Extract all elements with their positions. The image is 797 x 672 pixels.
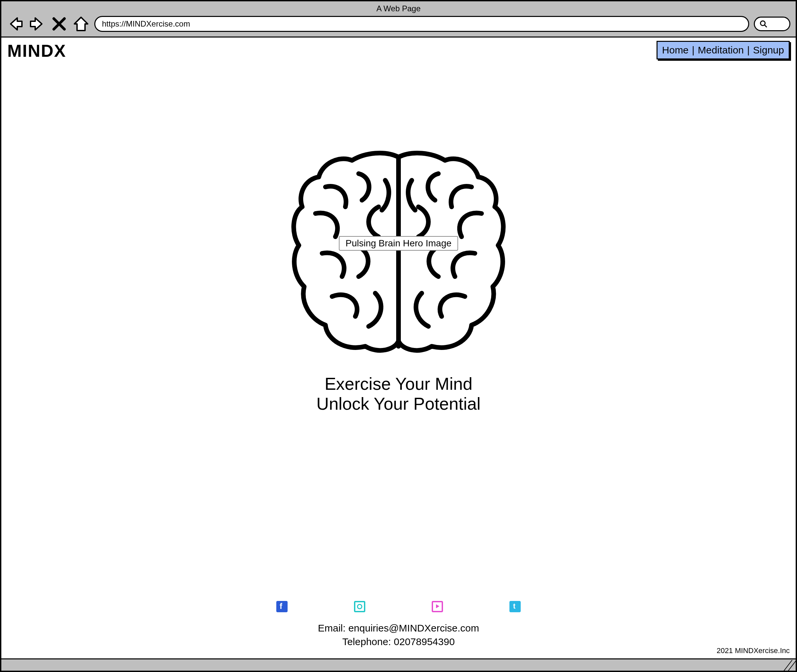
facebook-icon[interactable] — [276, 601, 288, 612]
contact-info: Email: enquiries@MINDXercise.com Telepho… — [1, 622, 796, 648]
browser-window: A Web Page https://MINDXercise.com — [0, 0, 797, 672]
phone-label: Telephone: — [342, 636, 394, 647]
nav-separator: | — [747, 45, 750, 56]
resize-grip-icon[interactable]: ╱╱ — [784, 660, 793, 671]
search-button[interactable] — [754, 17, 791, 31]
hero-section: Pulsing Brain Hero Image Exercise Your M… — [1, 61, 796, 658]
tagline-line-1: Exercise Your Mind — [317, 374, 480, 394]
hero-tagline: Exercise Your Mind Unlock Your Potential — [317, 374, 480, 414]
youtube-icon[interactable] — [432, 601, 443, 612]
home-button[interactable] — [72, 15, 90, 32]
status-bar: ╱╱ — [1, 659, 796, 671]
nav-signup[interactable]: Signup — [753, 45, 784, 56]
address-bar[interactable]: https://MINDXercise.com — [94, 16, 749, 32]
window-title: A Web Page — [6, 4, 791, 13]
search-icon — [760, 20, 767, 28]
copyright-text: 2021 MINDXercise.Inc — [717, 646, 790, 655]
page-viewport: MINDX Home | Meditation | Signup — [1, 37, 796, 659]
browser-chrome: A Web Page https://MINDXercise.com — [1, 1, 796, 37]
email-label: Email: — [318, 622, 348, 634]
nav-meditation[interactable]: Meditation — [698, 45, 744, 56]
nav-separator: | — [692, 45, 695, 56]
stop-button[interactable] — [50, 15, 68, 32]
nav-home[interactable]: Home — [662, 45, 689, 56]
instagram-icon[interactable] — [354, 601, 365, 612]
brain-icon — [286, 147, 511, 360]
hero-image-caption: Pulsing Brain Hero Image — [339, 236, 458, 251]
svg-line-1 — [765, 25, 767, 27]
svg-point-0 — [760, 21, 765, 26]
twitter-icon[interactable] — [509, 601, 521, 612]
site-logo[interactable]: MINDX — [7, 41, 66, 61]
hero-image: Pulsing Brain Hero Image — [286, 147, 511, 361]
phone-value[interactable]: 02078954390 — [394, 636, 455, 647]
tagline-line-2: Unlock Your Potential — [317, 394, 480, 414]
email-value[interactable]: enquiries@MINDXercise.com — [348, 622, 479, 634]
main-nav: Home | Meditation | Signup — [656, 41, 790, 59]
footer: Email: enquiries@MINDXercise.com Telepho… — [1, 591, 796, 652]
back-button[interactable] — [6, 15, 24, 32]
address-bar-text: https://MINDXercise.com — [102, 19, 190, 29]
forward-button[interactable] — [29, 15, 46, 32]
social-links — [1, 601, 796, 612]
